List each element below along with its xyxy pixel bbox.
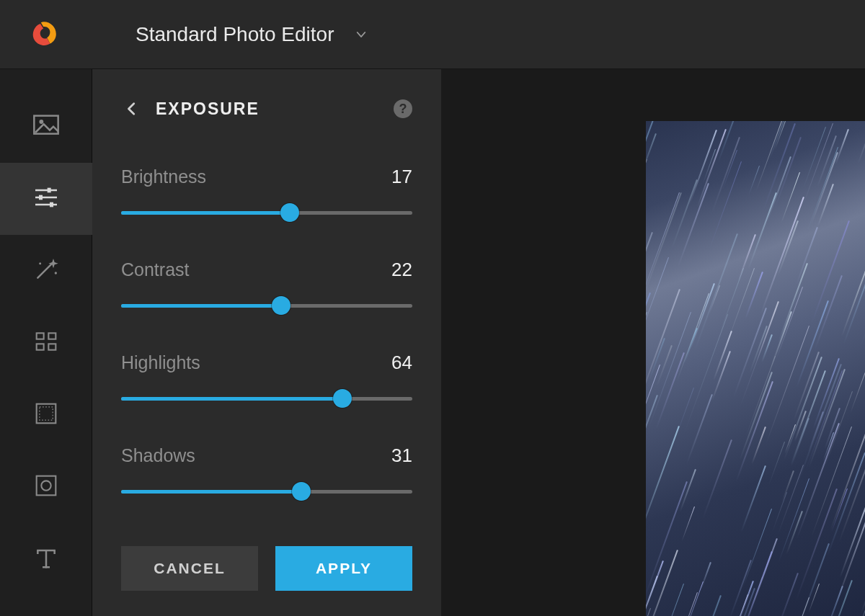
text-icon xyxy=(32,543,61,575)
slider-shadows[interactable] xyxy=(121,483,412,500)
param-value: 31 xyxy=(391,445,412,467)
decorative-streak xyxy=(722,150,737,190)
param-contrast: Contrast22 xyxy=(121,259,412,314)
sidebar-item-frame[interactable] xyxy=(0,379,92,451)
decorative-streak xyxy=(667,592,698,616)
decorative-streak xyxy=(744,121,760,123)
sidebar-item-focus[interactable] xyxy=(0,451,92,523)
decorative-streak xyxy=(735,381,773,482)
decorative-streak xyxy=(738,234,756,282)
decorative-streak xyxy=(733,308,767,397)
focus-icon xyxy=(32,471,61,503)
decorative-streak xyxy=(860,565,865,615)
slider-thumb[interactable] xyxy=(280,203,299,222)
canvas-area xyxy=(441,69,865,616)
slider-fill xyxy=(121,397,342,401)
param-value: 64 xyxy=(391,352,412,374)
cancel-button[interactable]: CANCEL xyxy=(121,546,258,591)
decorative-streak xyxy=(690,283,715,350)
slider-highlights[interactable] xyxy=(121,390,412,407)
svg-rect-12 xyxy=(48,333,56,339)
decorative-streak xyxy=(646,550,678,616)
param-value: 17 xyxy=(391,166,412,188)
decorative-streak xyxy=(843,250,865,344)
help-button[interactable]: ? xyxy=(394,99,412,118)
slider-thumb[interactable] xyxy=(333,389,352,408)
decorative-streak xyxy=(742,509,772,588)
top-bar: Standard Photo Editor xyxy=(0,0,865,69)
param-label: Highlights xyxy=(121,352,200,373)
slider-fill xyxy=(121,490,301,494)
decorative-streak xyxy=(646,293,651,355)
sidebar-item-effects[interactable] xyxy=(0,235,92,307)
svg-rect-13 xyxy=(36,344,43,349)
svg-point-1 xyxy=(39,120,43,124)
decorative-streak xyxy=(682,506,695,541)
decorative-streak xyxy=(646,312,647,398)
magic-wand-icon xyxy=(32,255,61,287)
svg-rect-16 xyxy=(39,407,52,420)
slider-thumb[interactable] xyxy=(292,482,311,501)
back-button[interactable] xyxy=(121,98,143,120)
param-shadows: Shadows31 xyxy=(121,445,412,500)
decorative-streak xyxy=(766,326,810,444)
app-logo-icon xyxy=(29,19,59,50)
decorative-streak xyxy=(796,227,818,285)
decorative-streak xyxy=(745,356,775,438)
chevron-down-icon xyxy=(355,28,368,41)
decorative-streak xyxy=(679,469,696,512)
decorative-streak xyxy=(817,184,834,226)
decorative-streak xyxy=(703,439,732,518)
decorative-streak xyxy=(646,159,647,196)
help-icon: ? xyxy=(399,102,407,117)
image-preview[interactable] xyxy=(646,121,865,616)
decorative-streak xyxy=(814,275,842,350)
param-value: 22 xyxy=(391,259,412,281)
image-icon xyxy=(32,111,61,143)
svg-rect-17 xyxy=(36,476,56,496)
svg-rect-11 xyxy=(36,333,43,339)
decorative-streak xyxy=(807,147,838,231)
frame-icon xyxy=(32,399,61,431)
decorative-streak xyxy=(797,364,843,486)
sliders-icon xyxy=(32,183,61,215)
svg-rect-14 xyxy=(48,344,56,349)
slider-thumb[interactable] xyxy=(272,296,290,315)
grid-icon xyxy=(32,327,61,359)
decorative-streak xyxy=(778,220,799,276)
decorative-streak xyxy=(646,192,682,297)
sidebar-item-adjust[interactable] xyxy=(0,163,92,235)
decorative-streak xyxy=(810,152,838,224)
slider-fill xyxy=(121,211,290,215)
slider-fill xyxy=(121,304,281,308)
decorative-streak xyxy=(778,263,808,344)
param-highlights: Highlights64 xyxy=(121,352,412,407)
editor-mode-label: Standard Photo Editor xyxy=(136,23,334,46)
tool-sidebar xyxy=(0,69,92,616)
svg-rect-6 xyxy=(39,195,43,200)
decorative-streak xyxy=(781,470,794,502)
editor-mode-dropdown[interactable]: Standard Photo Editor xyxy=(136,23,368,46)
param-label: Brightness xyxy=(121,166,206,187)
decorative-streak xyxy=(646,133,657,174)
sidebar-item-image[interactable] xyxy=(0,91,92,163)
sidebar-item-grid[interactable] xyxy=(0,307,92,379)
decorative-streak xyxy=(858,121,865,164)
svg-point-9 xyxy=(54,272,56,274)
sidebar-item-text[interactable] xyxy=(0,523,92,595)
param-brightness: Brightness17 xyxy=(121,166,412,221)
decorative-streak xyxy=(694,233,739,352)
slider-contrast[interactable] xyxy=(121,297,412,314)
apply-button[interactable]: APPLY xyxy=(275,546,412,591)
panel-title: EXPOSURE xyxy=(156,99,260,119)
decorative-streak xyxy=(686,394,713,464)
slider-brightness[interactable] xyxy=(121,204,412,221)
decorative-streak xyxy=(775,287,803,361)
param-label: Shadows xyxy=(121,445,195,466)
exposure-panel: EXPOSURE ? Brightness17Contrast22Highlig… xyxy=(92,69,441,616)
decorative-streak xyxy=(646,608,651,616)
decorative-streak xyxy=(803,127,826,189)
param-label: Contrast xyxy=(121,259,189,280)
decorative-streak xyxy=(768,442,785,486)
decorative-streak xyxy=(649,338,666,381)
